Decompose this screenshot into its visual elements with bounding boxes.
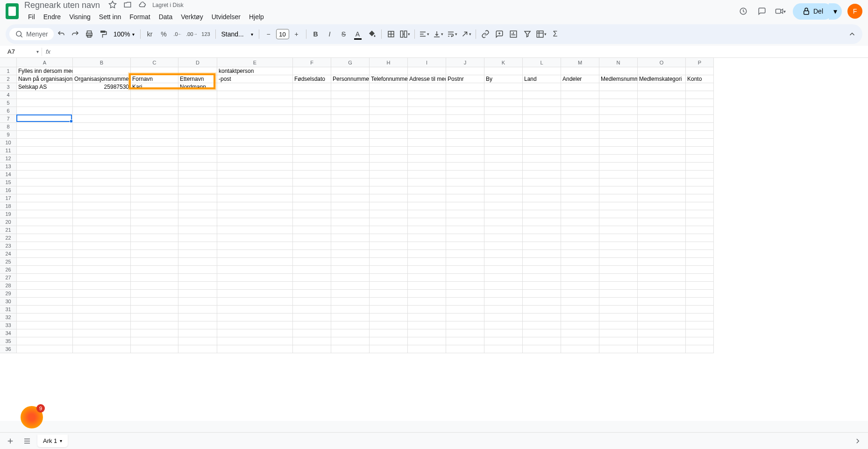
- cell-E16[interactable]: [217, 186, 293, 194]
- cell-E21[interactable]: [217, 226, 293, 234]
- cell-N1[interactable]: [599, 67, 638, 75]
- cell-N19[interactable]: [599, 210, 638, 218]
- cell-D1[interactable]: [178, 67, 217, 75]
- cell-F14[interactable]: [293, 171, 331, 178]
- cell-A12[interactable]: [17, 155, 73, 163]
- cell-O3[interactable]: [638, 83, 686, 91]
- cell-J6[interactable]: [446, 107, 484, 115]
- cell-C7[interactable]: [131, 115, 178, 123]
- cell-L29[interactable]: [523, 290, 561, 298]
- cell-J28[interactable]: [446, 282, 484, 290]
- cell-D26[interactable]: [178, 266, 217, 274]
- cell-D33[interactable]: [178, 321, 217, 329]
- cell-I4[interactable]: [408, 91, 446, 99]
- halign-icon[interactable]: ▾: [418, 28, 431, 41]
- cell-H7[interactable]: [370, 115, 408, 123]
- cell-B2[interactable]: Organisasjonsnummer: [73, 75, 131, 83]
- cell-N23[interactable]: [599, 242, 638, 250]
- cell-D19[interactable]: [178, 210, 217, 218]
- row-header-4[interactable]: 4: [0, 91, 16, 99]
- cell-C22[interactable]: [131, 234, 178, 242]
- row-header-35[interactable]: 35: [0, 337, 16, 345]
- cell-F24[interactable]: [293, 250, 331, 258]
- cell-J19[interactable]: [446, 210, 484, 218]
- cell-C17[interactable]: [131, 194, 178, 202]
- cell-D14[interactable]: [178, 171, 217, 178]
- cell-G9[interactable]: [331, 131, 370, 139]
- cell-G27[interactable]: [331, 274, 370, 282]
- cell-A18[interactable]: [17, 202, 73, 210]
- cell-E33[interactable]: [217, 321, 293, 329]
- cell-M5[interactable]: [561, 99, 599, 107]
- cell-L28[interactable]: [523, 282, 561, 290]
- name-box-dropdown[interactable]: ▾: [36, 49, 39, 54]
- cell-B19[interactable]: [73, 210, 131, 218]
- cell-A19[interactable]: [17, 210, 73, 218]
- row-header-5[interactable]: 5: [0, 99, 16, 107]
- cell-B36[interactable]: [73, 345, 131, 353]
- explore-icon[interactable]: [851, 435, 864, 448]
- cell-M29[interactable]: [561, 290, 599, 298]
- cell-B32[interactable]: [73, 314, 131, 321]
- menu-endre[interactable]: Endre: [40, 11, 64, 22]
- cell-E1[interactable]: kontaktperson: [217, 67, 293, 75]
- cell-B11[interactable]: [73, 147, 131, 155]
- formula-input[interactable]: [54, 48, 862, 55]
- cell-A34[interactable]: [17, 329, 73, 337]
- cell-I25[interactable]: [408, 258, 446, 266]
- cell-I1[interactable]: [408, 67, 446, 75]
- cell-N27[interactable]: [599, 274, 638, 282]
- cell-K13[interactable]: [484, 163, 523, 171]
- col-header-L[interactable]: L: [523, 58, 561, 67]
- cell-I8[interactable]: [408, 123, 446, 131]
- cell-B30[interactable]: [73, 298, 131, 306]
- menu-utvidelser[interactable]: Utvidelser: [208, 11, 244, 22]
- cell-D3[interactable]: Nordmann: [178, 83, 217, 91]
- row-header-19[interactable]: 19: [0, 210, 16, 218]
- cell-L20[interactable]: [523, 218, 561, 226]
- cell-G1[interactable]: [331, 67, 370, 75]
- cell-G21[interactable]: [331, 226, 370, 234]
- cell-F20[interactable]: [293, 218, 331, 226]
- undo-icon[interactable]: [55, 28, 68, 41]
- row-header-16[interactable]: 16: [0, 186, 16, 194]
- cell-O1[interactable]: [638, 67, 686, 75]
- cell-E35[interactable]: [217, 337, 293, 345]
- cell-P18[interactable]: [686, 202, 714, 210]
- cell-K19[interactable]: [484, 210, 523, 218]
- all-sheets-icon[interactable]: [21, 435, 34, 448]
- cell-E9[interactable]: [217, 131, 293, 139]
- cell-P19[interactable]: [686, 210, 714, 218]
- cell-H18[interactable]: [370, 202, 408, 210]
- row-header-3[interactable]: 3: [0, 83, 16, 91]
- cell-I13[interactable]: [408, 163, 446, 171]
- cell-I16[interactable]: [408, 186, 446, 194]
- cell-D4[interactable]: [178, 91, 217, 99]
- currency-button[interactable]: kr: [143, 28, 157, 41]
- cell-D16[interactable]: [178, 186, 217, 194]
- cell-P5[interactable]: [686, 99, 714, 107]
- cell-H29[interactable]: [370, 290, 408, 298]
- cell-I23[interactable]: [408, 242, 446, 250]
- add-sheet-icon[interactable]: [4, 435, 17, 448]
- cell-B13[interactable]: [73, 163, 131, 171]
- cell-I33[interactable]: [408, 321, 446, 329]
- cell-K30[interactable]: [484, 298, 523, 306]
- cell-H6[interactable]: [370, 107, 408, 115]
- cell-J31[interactable]: [446, 306, 484, 314]
- cell-B7[interactable]: [73, 115, 131, 123]
- cell-P25[interactable]: [686, 258, 714, 266]
- cell-H3[interactable]: [370, 83, 408, 91]
- cell-A33[interactable]: [17, 321, 73, 329]
- cell-A31[interactable]: [17, 306, 73, 314]
- cell-L5[interactable]: [523, 99, 561, 107]
- cell-C34[interactable]: [131, 329, 178, 337]
- cell-B1[interactable]: [73, 67, 131, 75]
- cell-N36[interactable]: [599, 345, 638, 353]
- cell-P13[interactable]: [686, 163, 714, 171]
- cell-G34[interactable]: [331, 329, 370, 337]
- cell-N7[interactable]: [599, 115, 638, 123]
- cell-J3[interactable]: [446, 83, 484, 91]
- cell-N17[interactable]: [599, 194, 638, 202]
- cell-E12[interactable]: [217, 155, 293, 163]
